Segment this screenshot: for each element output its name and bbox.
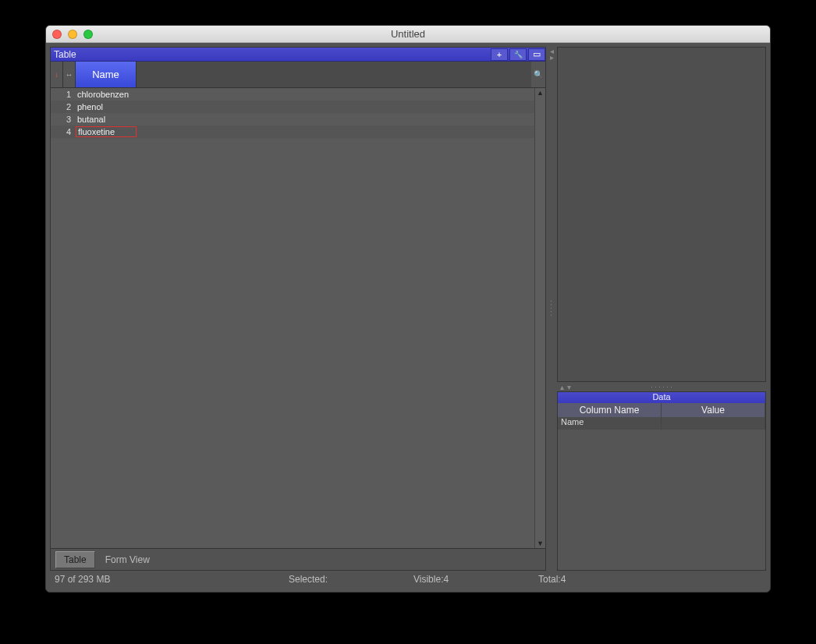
row-number: 4: [51, 127, 76, 136]
data-col-name[interactable]: Column Name: [558, 403, 662, 417]
left-panel: Table + 🔧 ▭ ↓ ↔ Name 🔍 1 chlo: [50, 47, 546, 571]
horizontal-splitter[interactable]: ▴▾ · · · · · ·: [557, 382, 766, 391]
column-header-row: ↓ ↔ Name 🔍: [51, 62, 545, 88]
resize-horizontal-icon: ↔: [66, 70, 73, 79]
add-button[interactable]: +: [491, 48, 508, 61]
tab-form[interactable]: Form View: [97, 551, 158, 568]
preview-pane: [557, 47, 766, 382]
scroll-up-icon[interactable]: ▲: [535, 89, 545, 97]
plus-icon: +: [497, 50, 502, 59]
table-rows: 1 chlorobenzen 2 phenol 3 butanal 4: [51, 88, 534, 548]
data-cell-name: Name: [558, 417, 662, 430]
row-name[interactable]: butanal: [76, 115, 137, 124]
data-panel-title: Data: [558, 392, 765, 403]
tab-table[interactable]: Table: [55, 551, 95, 568]
data-columns: Column Name Value: [558, 403, 765, 417]
status-selected: Selected:: [289, 574, 382, 585]
right-panel: ▴▾ · · · · · · Data Column Name Value Na…: [557, 47, 766, 571]
table-row[interactable]: 2 phenol: [51, 101, 534, 113]
app-window: Untitled Table + 🔧 ▭ ↓ ↔ Name 🔍: [45, 25, 771, 593]
sort-down-icon: ↓: [55, 70, 59, 79]
upper-area: Table + 🔧 ▭ ↓ ↔ Name 🔍 1 chlo: [50, 47, 766, 571]
data-cell-value[interactable]: [662, 417, 765, 430]
data-col-value[interactable]: Value: [662, 403, 765, 417]
table-panel-header: Table + 🔧 ▭: [51, 48, 545, 62]
row-name[interactable]: fluoxetine: [76, 126, 137, 137]
table-row[interactable]: 3 butanal: [51, 113, 534, 126]
wrench-icon: 🔧: [514, 51, 523, 58]
settings-button[interactable]: 🔧: [509, 48, 527, 61]
column-header-empty: [137, 62, 531, 87]
splitter-grip-icon: · · · · · ·: [651, 383, 672, 391]
titlebar[interactable]: Untitled: [46, 26, 770, 43]
row-number: 2: [51, 102, 76, 111]
search-button[interactable]: 🔍: [531, 62, 545, 87]
sort-button[interactable]: ↓: [51, 62, 63, 87]
status-memory: 97 of 293 MB: [55, 574, 257, 585]
content: Table + 🔧 ▭ ↓ ↔ Name 🔍 1 chlo: [46, 43, 770, 592]
status-visible: Visible:4: [413, 574, 507, 585]
search-icon: 🔍: [534, 70, 543, 79]
data-row[interactable]: Name: [558, 417, 765, 430]
splitter-collapse-icon[interactable]: ◂▸: [550, 48, 554, 61]
row-number: 1: [51, 90, 76, 99]
vertical-scrollbar[interactable]: ▲ ▼: [534, 88, 545, 548]
data-body-empty: [558, 430, 765, 570]
data-panel: Data Column Name Value Name: [557, 391, 766, 571]
window-icon: ▭: [533, 49, 541, 59]
resize-button[interactable]: ↔: [63, 62, 76, 87]
status-bar: 97 of 293 MB Selected: Visible:4 Total:4: [50, 571, 766, 588]
view-tabs: Table Form View: [51, 548, 545, 570]
table-row[interactable]: 4 fluoxetine: [51, 126, 534, 138]
splitter-collapse-icon[interactable]: ▴▾: [560, 383, 571, 391]
maximize-button[interactable]: ▭: [528, 48, 545, 61]
row-number: 3: [51, 115, 76, 124]
vertical-splitter[interactable]: ◂▸ ·····: [546, 47, 557, 571]
table-body: 1 chlorobenzen 2 phenol 3 butanal 4: [51, 88, 545, 548]
column-header-name[interactable]: Name: [76, 62, 137, 87]
window-title: Untitled: [46, 28, 770, 40]
table-panel-title: Table: [54, 49, 489, 60]
table-row[interactable]: 1 chlorobenzen: [51, 88, 534, 101]
scroll-down-icon[interactable]: ▼: [535, 540, 545, 547]
status-total: Total:4: [538, 574, 566, 585]
row-name[interactable]: chlorobenzen: [76, 90, 137, 99]
row-name[interactable]: phenol: [76, 102, 137, 111]
splitter-grip-icon: ·····: [548, 300, 555, 318]
